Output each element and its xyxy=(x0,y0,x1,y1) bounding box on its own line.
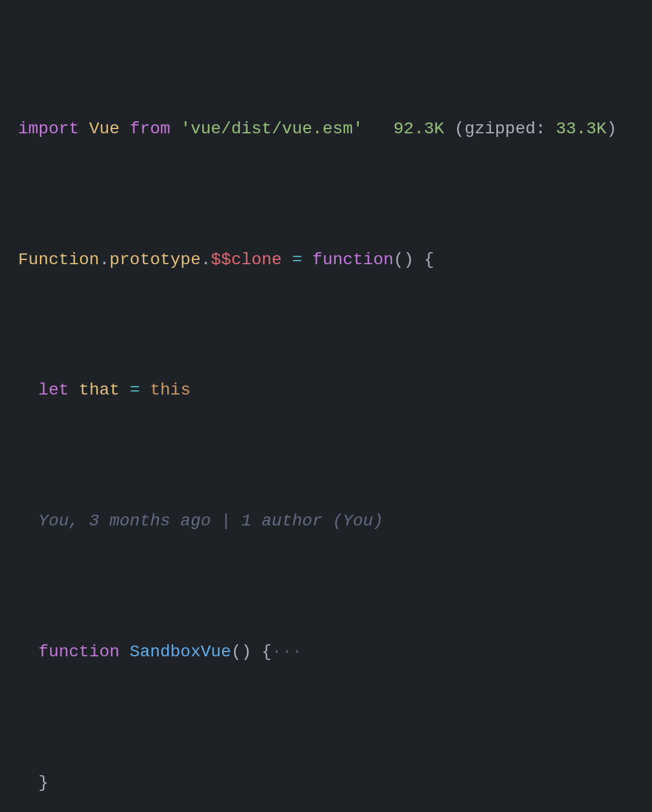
code-editor: import Vue from 'vue/dist/vue.esm' 92.3K… xyxy=(0,0,652,812)
code-line-6: } xyxy=(0,770,652,796)
code-line-2: Function.prototype.$$clone = function() … xyxy=(0,247,652,273)
code-line-5: function SandboxVue() {··· xyxy=(0,639,652,665)
code-line-3: let that = this xyxy=(0,377,652,403)
code-line-blame: You, 3 months ago | 1 author (You) xyxy=(0,508,652,534)
code-line-1: import Vue from 'vue/dist/vue.esm' 92.3K… xyxy=(0,116,652,142)
